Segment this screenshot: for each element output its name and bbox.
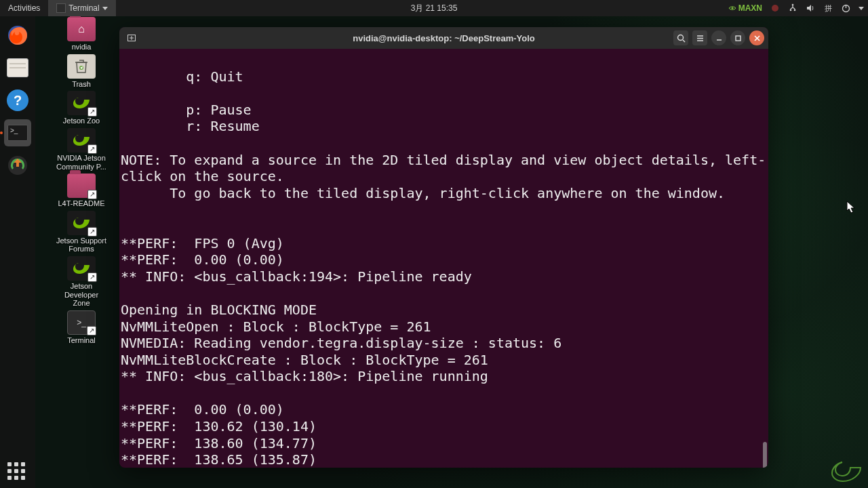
power-icon[interactable] xyxy=(841,3,850,13)
desktop-icon-label: Trash xyxy=(72,80,91,89)
hamburger-icon xyxy=(696,34,705,43)
desktop-icon-label: NVIDIA Jetson Community P... xyxy=(55,154,108,171)
nvidia-shortcut-icon: ↗ xyxy=(67,91,96,115)
desktop-icon-label: Jetson Developer Zone xyxy=(55,282,108,308)
terminal-line: NvMMLiteOpen : Block : BlockType = 261 xyxy=(121,319,431,335)
nvidia-shortcut-icon: ↗ xyxy=(67,128,96,152)
desktop-icon-label: Terminal xyxy=(67,336,96,345)
chevron-down-icon xyxy=(102,7,108,10)
terminal-line: NOTE: To expand a source in the 2D tiled… xyxy=(121,152,766,185)
terminal-window: nvidia@nvidia-desktop: ~/DeepStream-Yolo… xyxy=(119,27,768,468)
top-panel: Activities Terminal 3月 21 15:35 MAXN 拼 xyxy=(0,0,868,16)
desktop-icon-label: nvidia xyxy=(72,43,92,52)
terminal-shortcut-icon: >_ ↗ xyxy=(67,310,96,335)
dock: ? >_ xyxy=(0,16,35,488)
desktop-icon-label: L4T-README xyxy=(58,199,104,208)
terminal-line: ** INFO: <bus_callback:194>: Pipeline re… xyxy=(121,268,472,285)
svg-point-0 xyxy=(731,7,733,9)
terminal-line: To go back to the tiled display, right-c… xyxy=(121,185,725,201)
desktop-icon-jetson-community[interactable]: ↗ NVIDIA Jetson Community P... xyxy=(54,128,108,171)
desktop-icons: ⌂ nvidia Trash ↗ Jetson Zoo ↗ NVIDIA Jet… xyxy=(54,17,108,345)
terminal-line: **PERF: 0.00 (0.00) xyxy=(121,401,284,418)
app-menu-button[interactable]: Terminal xyxy=(48,0,115,16)
terminal-menu-button[interactable] xyxy=(692,30,707,45)
svg-point-4 xyxy=(794,9,796,12)
terminal-line: NvMMLiteBlockCreate : Block : BlockType … xyxy=(121,352,488,368)
svg-point-1 xyxy=(772,5,778,12)
desktop-icon-jetson-support[interactable]: ↗ Jetson Support Forums xyxy=(54,211,108,253)
terminal-line: q: Quit xyxy=(121,68,243,85)
dock-terminal[interactable]: >_ xyxy=(4,119,31,146)
terminal-content[interactable]: q: Quit p: Pause r: Resume NOTE: To expa… xyxy=(119,49,768,468)
dock-software-updater[interactable] xyxy=(4,152,31,179)
desktop-icon-jetson-zoo[interactable]: ↗ Jetson Zoo xyxy=(54,91,108,125)
folder-link-icon: ↗ xyxy=(67,174,96,198)
terminal-line: NVMEDIA: Reading vendor.tegra.display-si… xyxy=(121,335,561,351)
home-folder-icon: ⌂ xyxy=(67,17,96,41)
terminal-icon xyxy=(56,3,66,13)
terminal-search-button[interactable] xyxy=(673,30,688,45)
svg-point-13 xyxy=(677,35,683,40)
desktop-icon-nvidia-home[interactable]: ⌂ nvidia xyxy=(54,17,108,52)
desktop-icon-jetson-devzone[interactable]: ↗ Jetson Developer Zone xyxy=(54,256,108,308)
svg-point-3 xyxy=(790,9,792,12)
search-icon xyxy=(677,34,686,43)
maximize-icon xyxy=(734,35,742,42)
terminal-line: **PERF: 138.60 (134.77) xyxy=(121,435,317,451)
files-icon xyxy=(7,58,28,77)
terminal-line: r: Resume xyxy=(121,118,260,134)
desktop-icon-trash[interactable]: Trash xyxy=(54,54,108,89)
terminal-line: **PERF: 130.62 (130.14) xyxy=(121,418,317,434)
nvidia-logo-watermark xyxy=(830,460,863,484)
desktop-icon-label: Jetson Support Forums xyxy=(55,237,108,253)
dock-firefox[interactable] xyxy=(4,22,31,49)
system-menu-chevron-icon[interactable] xyxy=(859,7,864,10)
terminal-line: p: Pause xyxy=(121,102,252,118)
volume-icon[interactable] xyxy=(806,3,815,13)
power-mode-indicator[interactable]: MAXN xyxy=(728,3,762,13)
dock-help[interactable]: ? xyxy=(4,87,31,114)
terminal-scrollbar[interactable] xyxy=(763,442,767,468)
dock-files[interactable] xyxy=(4,54,31,81)
updater-icon xyxy=(7,155,28,176)
input-source-icon[interactable]: 拼 xyxy=(823,3,833,13)
desktop-icon-l4t-readme[interactable]: ↗ L4T-README xyxy=(54,174,108,208)
nvidia-shortcut-icon: ↗ xyxy=(67,256,96,281)
status-dot-icon[interactable] xyxy=(770,3,780,13)
terminal-icon: >_ xyxy=(7,125,28,141)
terminal-line: **PERF: 0.00 (0.00) xyxy=(121,251,284,268)
clock[interactable]: 3月 21 15:35 xyxy=(411,3,458,14)
terminal-line: **PERF: FPS 0 (Avg) xyxy=(121,235,284,251)
svg-point-2 xyxy=(792,4,794,6)
terminal-titlebar[interactable]: nvidia@nvidia-desktop: ~/DeepStream-Yolo xyxy=(119,27,768,49)
nvidia-shortcut-icon: ↗ xyxy=(67,211,96,235)
show-applications-button[interactable] xyxy=(7,462,28,483)
network-icon[interactable] xyxy=(788,3,797,13)
terminal-line: ** INFO: <bus_callback:180>: Pipeline ru… xyxy=(121,368,488,384)
terminal-title: nvidia@nvidia-desktop: ~/DeepStream-Yolo xyxy=(353,33,535,43)
minimize-icon xyxy=(715,35,723,42)
maxn-label: MAXN xyxy=(738,3,762,13)
new-tab-button[interactable] xyxy=(122,28,141,47)
terminal-line: **PERF: 138.65 (135.87) xyxy=(121,451,317,468)
mouse-cursor-icon xyxy=(846,201,856,214)
desktop-icon-label: Jetson Zoo xyxy=(63,117,100,125)
app-menu-label: Terminal xyxy=(68,3,99,13)
nvidia-eye-icon xyxy=(728,4,736,12)
window-close-button[interactable] xyxy=(749,30,764,45)
help-icon: ? xyxy=(7,89,28,111)
close-icon xyxy=(753,35,761,42)
terminal-line: Opening in BLOCKING MODE xyxy=(121,302,317,318)
new-tab-icon xyxy=(127,33,136,43)
desktop-icon-terminal-shortcut[interactable]: >_ ↗ Terminal xyxy=(54,310,108,345)
svg-rect-19 xyxy=(736,36,741,41)
svg-line-14 xyxy=(683,40,685,42)
window-minimize-button[interactable] xyxy=(711,30,726,45)
window-maximize-button[interactable] xyxy=(730,30,745,45)
activities-button[interactable]: Activities xyxy=(0,0,48,16)
firefox-icon xyxy=(6,24,29,47)
trash-icon xyxy=(67,54,96,79)
